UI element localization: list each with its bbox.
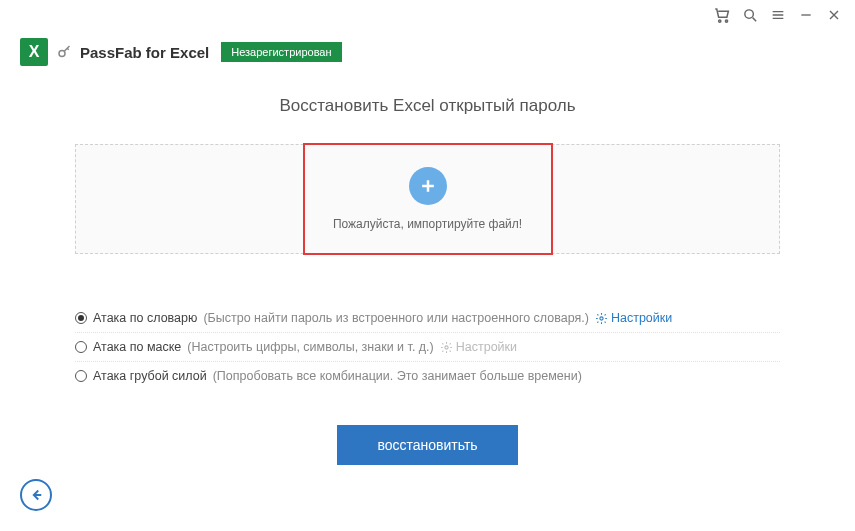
page-title: Восстановить Excel открытый пароль: [75, 96, 780, 116]
option-brute-force[interactable]: Атака грубой силой (Попробовать все комб…: [75, 361, 780, 390]
svg-point-2: [744, 9, 753, 17]
svg-point-3: [59, 51, 65, 57]
excel-logo-icon: X: [20, 38, 48, 66]
recover-button[interactable]: восстановитьть: [337, 425, 517, 465]
option-mask-attack[interactable]: Атака по маске (Настроить цифры, символы…: [75, 332, 780, 361]
menu-icon[interactable]: [769, 6, 787, 24]
settings-label: Настройки: [456, 340, 517, 354]
registration-badge: Незарегистрирован: [221, 42, 341, 62]
gear-icon: [440, 341, 453, 354]
titlebar: [0, 0, 855, 30]
svg-point-1: [725, 20, 727, 22]
attack-options: Атака по словарю (Быстро найти пароль из…: [75, 304, 780, 390]
settings-link-mask: Настройки: [440, 340, 517, 354]
option-description: (Быстро найти пароль из встроенного или …: [203, 311, 589, 325]
gear-icon: [595, 312, 608, 325]
settings-link-dictionary[interactable]: Настройки: [595, 311, 672, 325]
svg-point-5: [445, 345, 448, 348]
option-label: Атака по маске: [93, 340, 181, 354]
option-dictionary-attack[interactable]: Атака по словарю (Быстро найти пароль из…: [75, 304, 780, 332]
back-button[interactable]: [20, 479, 52, 511]
file-dropzone[interactable]: Пожалуйста, импортируйте файл!: [75, 144, 780, 254]
main-content: Восстановить Excel открытый пароль Пожал…: [0, 66, 855, 465]
search-key-icon[interactable]: [741, 6, 759, 24]
option-label: Атака грубой силой: [93, 369, 207, 383]
radio-brute-force[interactable]: [75, 370, 87, 382]
option-label: Атака по словарю: [93, 311, 197, 325]
add-file-button[interactable]: [409, 167, 447, 205]
app-header: X PassFab for Excel Незарегистрирован: [0, 30, 855, 66]
svg-point-4: [600, 316, 603, 319]
option-description: (Настроить цифры, символы, знаки и т. д.…: [187, 340, 433, 354]
key-icon: [56, 43, 74, 61]
app-name: PassFab for Excel: [80, 44, 209, 61]
radio-dictionary[interactable]: [75, 312, 87, 324]
settings-label: Настройки: [611, 311, 672, 325]
logo-letter: X: [29, 43, 40, 61]
cart-icon[interactable]: [713, 6, 731, 24]
option-description: (Попробовать все комбинации. Это занимае…: [213, 369, 582, 383]
close-icon[interactable]: [825, 6, 843, 24]
radio-mask[interactable]: [75, 341, 87, 353]
minimize-icon[interactable]: [797, 6, 815, 24]
file-dropzone-highlight: Пожалуйста, импортируйте файл!: [303, 143, 553, 255]
dropzone-prompt: Пожалуйста, импортируйте файл!: [333, 217, 522, 231]
svg-point-0: [719, 20, 721, 22]
